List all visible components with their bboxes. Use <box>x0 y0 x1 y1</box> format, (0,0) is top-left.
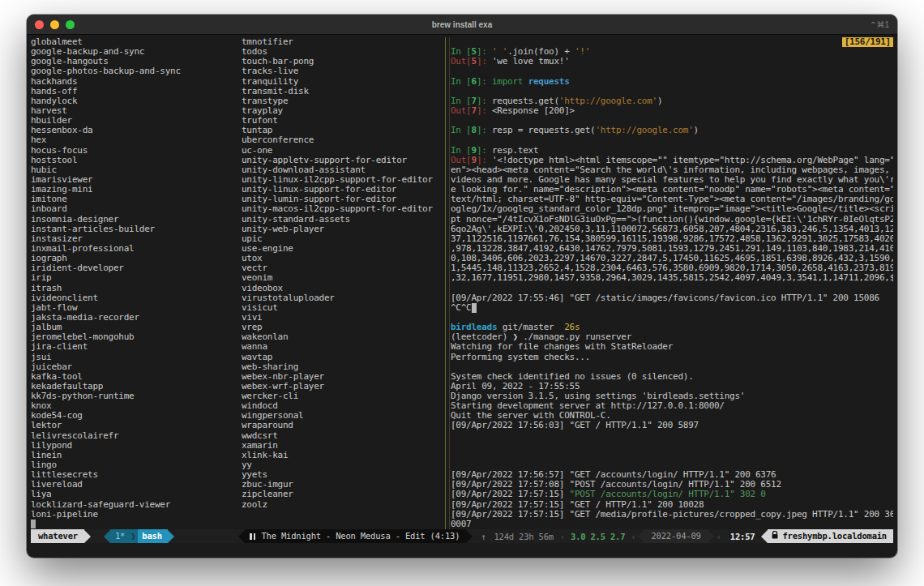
cask-item: jabt-flow <box>31 303 242 313</box>
cask-item: juicebar <box>31 362 242 372</box>
cask-item: xlink-kai <box>242 451 443 460</box>
cask-item: ivideonclient <box>31 293 242 303</box>
cask-item: jaksta-media-recorder <box>31 313 242 323</box>
cask-item: unity-standard-assets <box>242 215 443 225</box>
terminal-line: In [5]: ' '.join(foo) + '!' <box>451 47 893 57</box>
terminal-line: Out[5]: 'we love tmux!' <box>451 57 893 66</box>
terminal-line <box>451 451 893 460</box>
cask-item: wraparound <box>242 421 443 430</box>
separator-chevron: ‹ <box>628 532 638 541</box>
tmux-window-name[interactable]: bash <box>138 529 168 543</box>
cask-item: todos <box>242 47 443 57</box>
cask-item: hubic <box>31 165 242 175</box>
lock-icon <box>772 529 778 543</box>
cask-item: jalbum <box>31 323 242 332</box>
cask-item: veonim <box>242 273 443 283</box>
tmux-window-index[interactable]: 1* <box>110 529 128 543</box>
cask-item: webex-wrf-player <box>242 382 443 391</box>
cask-item: transmit-disk <box>242 87 443 96</box>
terminal-line: 1,5445,148,11323,2652,4,1528,2304,6463,5… <box>451 263 893 273</box>
cask-item: tmnotifier <box>242 37 443 47</box>
cask-item: livereload <box>31 480 242 490</box>
cask-item: vrep <box>242 323 443 332</box>
cask-item: kafka-tool <box>31 372 242 382</box>
powerline-arrow <box>466 530 473 543</box>
terminal-line <box>451 460 893 470</box>
cask-item: kk7ds-python-runtime <box>31 391 242 401</box>
terminal-line: (leetcoder) ❯ ./manage.py runserver <box>451 332 893 342</box>
cask-item: windocd <box>242 401 443 411</box>
terminal-line: In [9]: resp.text <box>451 146 893 156</box>
cask-item: hackhands <box>31 77 242 87</box>
shell-lines: In [5]: ' '.join(foo) + '!'Out[5]: 'we l… <box>451 37 893 529</box>
terminal-line: Out[9]: '<!doctype html><html itemscope=… <box>451 156 893 165</box>
terminal-line: [09/Apr/2022 17:55:46] "GET /static/imag… <box>451 293 893 303</box>
terminal-line: birdleads git/master 26s <box>451 323 893 332</box>
terminal-line: [09/Apr/2022 17:57:15] "GET /media/profi… <box>451 510 893 520</box>
hostname-segment: freshymbp.localdomain <box>768 529 893 543</box>
powerline-arrow <box>84 530 91 543</box>
terminal-line: 37,1122516,1197661,76,154,380599,16115,1… <box>451 234 893 244</box>
powerline-arrow <box>168 530 174 543</box>
powerline-arrow <box>638 530 644 543</box>
terminal-line: e looking for." name="description"><meta… <box>451 185 893 195</box>
terminal-line: [09/Apr/2022 17:56:57] "GET /accounts/lo… <box>451 470 893 480</box>
hostname: freshymbp.localdomain <box>782 529 887 543</box>
cask-item: instant-articles-builder <box>31 225 242 234</box>
cask-item: vectr <box>242 263 443 273</box>
pane-divider[interactable] <box>443 37 451 529</box>
terminal-line: Django version 3.1.5, using settings 'bi… <box>451 391 893 401</box>
terminal-line: ,32,1677,11951,2980,1457,9358,2964,3029,… <box>451 273 893 283</box>
cask-item: locklizard-safeguard-viewer <box>31 500 242 510</box>
powerline-arrow <box>708 530 714 543</box>
terminal-line: text/html; charset=UTF-8" http-equiv="Co… <box>451 195 893 204</box>
terminal-line <box>451 441 893 451</box>
terminal-line <box>451 284 893 293</box>
cask-item: google-hangouts <box>31 57 242 66</box>
cask-item: lelivrescolairefr <box>31 431 242 441</box>
cask-item: trayplay <box>242 106 443 116</box>
cask-item: imarisviewer <box>31 175 242 185</box>
terminal-line: pt nonce="/4tIcvX1oFsNDlG3iuOxPg==">(fun… <box>451 215 893 225</box>
terminal-line <box>451 116 893 126</box>
terminal-line <box>451 313 893 323</box>
terminal-line: [09/Apr/2022 17:57:08] "POST /accounts/l… <box>451 480 893 490</box>
cask-item: hex <box>31 135 242 145</box>
terminal-line <box>451 87 893 96</box>
cask-item: linein <box>31 451 242 460</box>
pause-icon <box>250 533 255 540</box>
cask-item: vivi <box>242 313 443 323</box>
cask-item: transtype <box>242 96 443 106</box>
cask-item: imazing-mini <box>31 185 242 195</box>
cask-item: hocus-focus <box>31 146 242 156</box>
cask-item: yyets <box>242 470 443 480</box>
terminal-line: [09/Apr/2022 17:57:15] "GET / HTTP/1.1" … <box>451 500 893 510</box>
terminal-line <box>451 37 893 47</box>
pane-shell[interactable]: [156/191] In [5]: ' '.join(foo) + '!'Out… <box>451 37 893 529</box>
pane-cask-list[interactable]: globalmeetgoogle-backup-and-syncgoogle-h… <box>31 37 443 529</box>
cask-item: uberconference <box>242 135 443 145</box>
now-playing-title: The Midnight - Neon Medusa - Edit (4:13) <box>261 529 460 543</box>
terminal-line: ^C^C <box>451 303 893 313</box>
cask-item: unity-appletv-support-for-editor <box>242 156 443 165</box>
terminal-area: globalmeetgoogle-backup-and-syncgoogle-h… <box>27 35 897 529</box>
cask-item: wwdcsrt <box>242 431 443 441</box>
terminal-line: In [8]: resp = requests.get('http://goog… <box>451 126 893 135</box>
cask-item: hessenbox-da <box>31 126 242 135</box>
cask-item: iridient-developer <box>31 263 242 273</box>
powerline-arrow <box>104 530 110 543</box>
cask-item: inxmail-professional <box>31 244 242 254</box>
cask-item: upic <box>242 234 443 244</box>
cask-item: visicut <box>242 303 443 313</box>
terminal-line: 0,108,3406,606,2023,2297,14670,3227,2847… <box>451 254 893 263</box>
tmux-status-bar: whatever 1* ❯ bash The Midnight - Neon M… <box>31 529 893 543</box>
terminal-line <box>451 135 893 145</box>
terminal-line: Quit the server with CONTROL-C. <box>451 411 893 421</box>
cask-item: use-engine <box>242 244 443 254</box>
title-bar[interactable]: brew install exa ⌃⌘1 <box>27 15 897 35</box>
cask-item: loni-pipeline <box>31 510 242 520</box>
tmux-session-name[interactable]: whatever <box>31 529 84 543</box>
cask-item: jeromelebel-mongohub <box>31 332 242 342</box>
cask-item: lingo <box>31 460 242 470</box>
status-date: 2022-04-09 <box>644 529 707 543</box>
